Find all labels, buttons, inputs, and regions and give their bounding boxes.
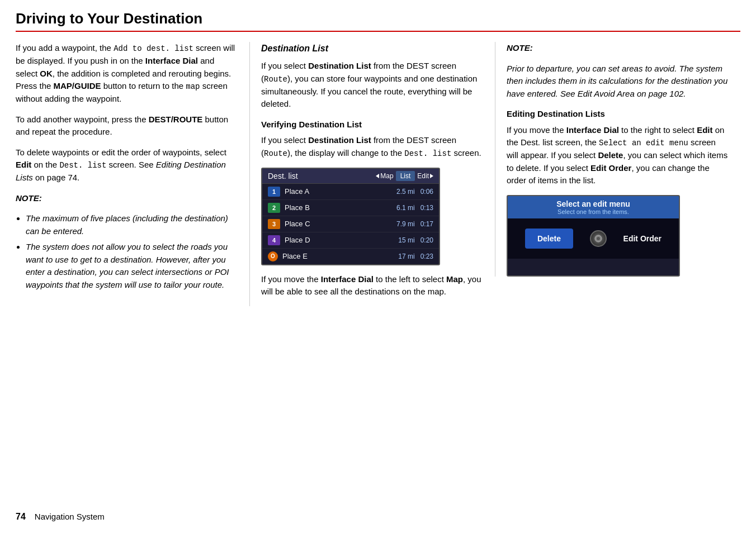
col2-para1: If you select Destination List from the … — [261, 60, 484, 111]
column-3: NOTE: Prior to departure, you can set ar… — [495, 42, 740, 277]
dest-dist-5: 17 mi — [398, 253, 414, 260]
arrow-left-icon — [376, 174, 379, 178]
dest-num-4: 4 — [268, 235, 280, 245]
dest-list-screen: Dest. list Map List Edit — [261, 168, 440, 265]
edit-screen-title: Select an edit menu — [513, 199, 673, 208]
dest-num-5: O — [268, 251, 278, 261]
page-footer: 74 Navigation System — [16, 512, 105, 522]
dest-name-1: Place A — [285, 187, 396, 196]
page-title: Driving to Your Destination — [16, 10, 740, 32]
edit-screen-bottom — [508, 259, 679, 275]
dest-num-2: 2 — [268, 203, 280, 213]
dest-row-4: 4 Place D 15 mi 0:20 — [262, 232, 439, 249]
dest-time-1: 0:06 — [420, 188, 433, 196]
edit-delete-button[interactable]: Delete — [525, 229, 573, 249]
dest-dist-2: 6.1 mi — [396, 204, 415, 212]
dest-name-3: Place C — [285, 220, 396, 228]
col3-note-label: NOTE: — [507, 42, 729, 55]
tab-edit: Edit — [417, 172, 433, 180]
columns: If you add a waypoint, the Add to dest. … — [16, 42, 740, 306]
footer-page-number: 74 — [16, 512, 26, 522]
dest-time-3: 0:17 — [420, 220, 433, 228]
edit-screen-header: Select an edit menu Select one from the … — [508, 196, 679, 218]
dial-svg — [594, 235, 602, 242]
col2-subheading: Verifying Destination List — [261, 118, 484, 131]
tab-list: List — [396, 171, 415, 181]
dest-row-3: 3 Place C 7.9 mi 0:17 — [262, 216, 439, 232]
dest-time-5: 0:23 — [420, 253, 433, 260]
dest-time-2: 0:13 — [420, 204, 433, 212]
dest-name-5: Place E — [282, 252, 398, 260]
note-item-1: The maximum of five places (including th… — [26, 212, 238, 237]
col3-note-text: Prior to departure, you can set areas to… — [507, 63, 729, 101]
column-2: Destination List If you select Destinati… — [249, 42, 495, 306]
dest-row-2: 2 Place B 6.1 mi 0:13 — [262, 200, 439, 216]
edit-menu-screen: Select an edit menu Select one from the … — [507, 195, 680, 277]
col2-para3: If you move the Interface Dial to the le… — [261, 273, 484, 298]
dest-row-1: 1 Place A 2.5 mi 0:06 — [262, 184, 439, 200]
dest-dist-3: 7.9 mi — [396, 220, 415, 228]
col3-para1: If you move the Interface Dial to the ri… — [507, 124, 729, 187]
col1-para1: If you add a waypoint, the Add to dest. … — [16, 42, 238, 106]
dest-name-4: Place D — [285, 236, 398, 244]
dest-dist-4: 15 mi — [398, 236, 414, 244]
dest-name-2: Place B — [285, 203, 396, 212]
col2-para2: If you select Destination List from the … — [261, 134, 484, 160]
edit-screen-sub: Select one from the items. — [513, 208, 673, 215]
tab-map: Map — [376, 172, 393, 180]
dest-num-3: 3 — [268, 219, 280, 229]
edit-order-button[interactable]: Edit Order — [623, 234, 662, 243]
col3-subheading: Editing Destination Lists — [507, 108, 729, 121]
col1-note-list: The maximum of five places (including th… — [16, 212, 238, 291]
column-1: If you add a waypoint, the Add to dest. … — [16, 42, 249, 294]
dest-screen-tabs: Map List Edit — [376, 171, 433, 181]
dest-num-1: 1 — [268, 187, 280, 197]
col1-para3: To delete waypoints or edit the order of… — [16, 146, 238, 184]
col1-note-label: NOTE: — [16, 192, 238, 205]
dest-screen-header: Dest. list Map List Edit — [262, 169, 439, 184]
interface-dial-icon — [590, 230, 607, 247]
edit-screen-body: Delete Edit Order — [508, 218, 679, 259]
dest-screen-title: Dest. list — [268, 172, 298, 180]
page-container: Driving to Your Destination If you add a… — [0, 0, 756, 316]
note-item-2: The system does not allow you to select … — [26, 241, 238, 291]
footer-label: Navigation System — [35, 512, 105, 521]
svg-point-1 — [597, 237, 600, 240]
arrow-right-icon — [430, 174, 433, 178]
dest-row-5: O Place E 17 mi 0:23 — [262, 249, 439, 264]
dest-time-4: 0:20 — [420, 236, 433, 244]
dest-dist-1: 2.5 mi — [396, 188, 415, 196]
col1-para2: To add another waypoint, press the DEST/… — [16, 113, 238, 139]
col2-heading: Destination List — [261, 42, 484, 55]
